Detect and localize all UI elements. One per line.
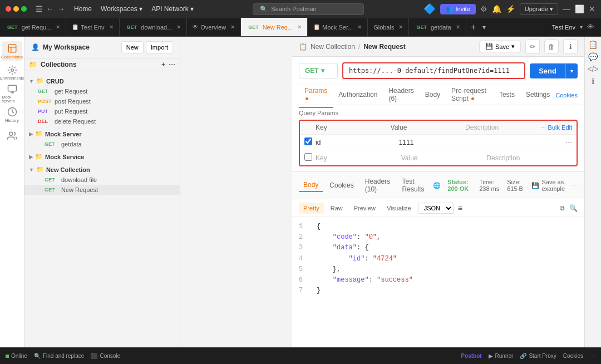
more-icon-header[interactable]: ⋯ [540,125,546,131]
new-button[interactable]: New [121,41,144,53]
req-tab-params[interactable]: Params [299,82,333,108]
copy-icon[interactable]: ⧉ [560,204,565,212]
resp-subtab-raw[interactable]: Raw [326,203,347,214]
breadcrumb-parent[interactable]: New Collection [311,43,355,51]
minimize-icon[interactable]: — [563,4,570,13]
param-key-1[interactable]: Key [316,154,401,162]
tree-folder-new-collection[interactable]: ▼ 📁 New Collection [24,164,180,175]
tab-close-get-requ[interactable]: ✕ [56,24,60,30]
tab-overview[interactable]: 👁 Overview ✕ [187,18,241,37]
cookies-status[interactable]: Cookies [563,353,583,359]
more-options-icon[interactable]: ⋯ [169,61,175,68]
tree-item-get-request[interactable]: GET get Request [24,86,180,96]
checkbox-id[interactable] [304,137,312,145]
tab-close-download[interactable]: ✕ [176,24,181,30]
url-input[interactable] [342,62,525,79]
tab-download[interactable]: GET download... ✕ [120,18,188,37]
invite-button[interactable]: 👥 Invite [440,4,476,14]
tab-close-globals[interactable]: ✕ [398,24,403,30]
tree-item-getdata[interactable]: GET getdata [24,139,180,149]
tab-getdata[interactable]: GET getdata ✕ [409,18,466,37]
find-replace[interactable]: 🔍 Find and replace [34,353,85,359]
menu-workspaces[interactable]: Workspaces ▾ [101,5,142,13]
tree-folder-mock-service[interactable]: ▶ 📁 Mock Service [24,151,180,162]
bulk-edit-button[interactable]: Bulk Edit [548,124,572,131]
resp-tab-headers[interactable]: Headers (10) [361,175,396,195]
tab-chevron[interactable]: ▾ [482,23,486,31]
resp-tab-test-results[interactable]: Test Results [398,175,431,195]
eye-icon[interactable]: 👁 [587,23,594,31]
sidebar-item-environments[interactable]: Environments [2,62,22,82]
bell-icon[interactable]: 🔔 [492,4,501,13]
sidebar-item-history[interactable]: History [2,105,22,125]
req-tab-headers[interactable]: Headers (6) [383,82,419,108]
add-collection-icon[interactable]: + [161,61,165,68]
more-status[interactable]: ⋯ [590,353,595,359]
tab-new-req[interactable]: GET New Req... ✕ [241,18,308,37]
param-checkbox-0[interactable] [304,137,316,147]
settings-icon[interactable]: ⚙ [480,4,487,13]
close-icon[interactable]: ✕ [589,4,595,13]
tree-folder-crud[interactable]: ▼ 📁 CRUD [24,76,180,86]
tab-globals[interactable]: Globals ✕ [368,18,409,37]
format-select[interactable]: JSON HTML XML Text [418,203,454,214]
param-value-0[interactable]: 1111 [399,139,482,146]
save-example-button[interactable]: 💾 Save as example [531,179,565,192]
req-tab-body[interactable]: Body [420,86,446,104]
tab-close-test-env[interactable]: ✕ [109,24,114,30]
tree-item-new-request[interactable]: GET New Request [24,185,180,195]
param-key-0[interactable]: id [316,139,399,146]
tab-close-getdata[interactable]: ✕ [456,24,460,30]
close-dot[interactable] [6,6,11,12]
req-tab-pre-request[interactable]: Pre-request Script [446,82,494,108]
upgrade-button[interactable]: Upgrade ▾ [520,3,558,15]
runner[interactable]: ▶ Runner [489,353,514,359]
env-selector-label[interactable]: Test Env [552,24,575,31]
resp-subtab-visualize[interactable]: Visualize [382,203,416,214]
menu-home[interactable]: Home [74,5,92,13]
resp-subtab-pretty[interactable]: Pretty [299,203,324,214]
param-value-1[interactable]: Value [401,154,487,162]
param-checkbox-1[interactable] [304,153,316,163]
import-button[interactable]: Import [146,41,173,53]
right-panel-icon-2[interactable]: 💬 [588,52,598,61]
tab-close-new-req[interactable]: ✕ [297,24,302,30]
checkbox-empty[interactable] [304,153,312,161]
forward-icon[interactable]: → [57,4,65,13]
online-status[interactable]: Online [6,353,27,359]
restore-icon[interactable]: ⬜ [575,4,584,13]
sidebar-item-team[interactable] [2,126,22,146]
hamburger-icon[interactable]: ☰ [36,4,43,13]
edit-button[interactable]: ✏ [525,40,540,54]
sidebar-item-collections[interactable]: Collections [2,41,22,61]
tree-item-delete-request[interactable]: DEL delete Request [24,116,180,126]
start-proxy[interactable]: 🔗 Start Proxy [520,353,556,359]
lightning-icon[interactable]: ⚡ [506,4,515,13]
right-panel-icon-4[interactable]: ℹ [592,77,594,86]
minimize-dot[interactable] [13,6,19,12]
send-arrow-button[interactable]: ▾ [565,63,578,78]
resp-subtab-preview[interactable]: Preview [349,203,380,214]
sidebar-item-mock-servers[interactable]: Mock servers [2,83,22,104]
postbot[interactable]: Postbot [461,353,481,359]
delete-button[interactable]: 🗑 [544,40,559,54]
tab-close-mock-ser[interactable]: ✕ [357,24,362,30]
tab-add-button[interactable]: + [466,22,480,32]
right-panel-icon-1[interactable]: 📋 [588,40,598,49]
req-tab-tests[interactable]: Tests [494,86,520,104]
tab-close-overview[interactable]: ✕ [230,24,235,30]
back-icon[interactable]: ← [46,4,54,13]
tab-test-env[interactable]: 📋 Test Env ✕ [66,18,119,37]
more-response-icon[interactable]: ⋯ [572,182,578,189]
info-right-button[interactable]: ℹ [563,40,578,54]
tree-item-download-file[interactable]: GET download file [24,175,180,185]
tree-item-post-request[interactable]: POST post Request [24,96,180,106]
maximize-dot[interactable] [21,6,27,12]
more-icon-row0[interactable]: ⋯ [565,139,572,146]
param-desc-1[interactable]: Description [486,154,572,162]
send-button[interactable]: Send [530,63,565,78]
tree-folder-mock-server[interactable]: ▶ 📁 Mock Server [24,129,180,139]
filter-icon[interactable]: ≡ [458,204,462,213]
resp-tab-body[interactable]: Body [299,179,323,192]
cookies-link[interactable]: Cookies [555,92,578,99]
